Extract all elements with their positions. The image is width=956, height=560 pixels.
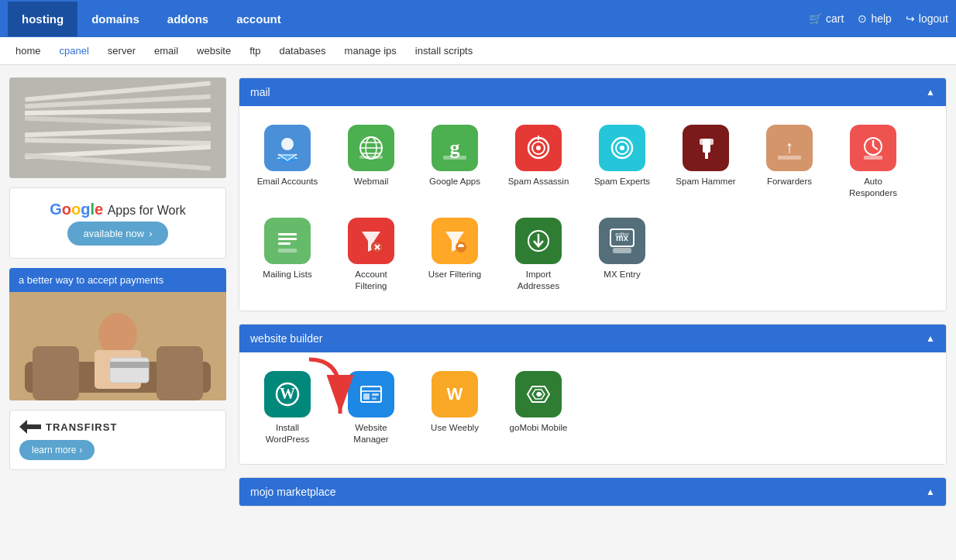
cart-icon: 🛒 — [809, 12, 822, 25]
cart-label: cart — [826, 12, 844, 25]
website-builder-section: website builder ▲ W InstallWordPress — [239, 324, 947, 465]
spam-hammer-icon — [683, 125, 729, 171]
secnav-databases[interactable]: databases — [280, 39, 326, 63]
spam-hammer-label: Spam Hammer — [676, 176, 735, 187]
svg-rect-47 — [278, 242, 291, 245]
spam-experts-item[interactable]: Spam Experts — [583, 119, 661, 205]
sidebar: Google Apps for Work available now › a b… — [9, 77, 226, 519]
help-label: help — [871, 12, 891, 25]
svg-marker-17 — [19, 420, 41, 434]
nav-hosting[interactable]: hosting — [8, 2, 77, 36]
svg-rect-40 — [778, 156, 801, 160]
account-filtering-icon — [348, 218, 394, 264]
logout-link[interactable]: ↪ logout — [906, 12, 948, 25]
svg-point-31 — [536, 146, 541, 150]
email-accounts-label: Email Accounts — [257, 176, 318, 187]
website-manager-icon — [348, 371, 394, 417]
mojo-marketplace-section: mojo marketplace ▲ — [239, 477, 947, 507]
secnav-install-scripts[interactable]: install scripts — [415, 39, 473, 63]
secnav-manage-ips[interactable]: manage ips — [345, 39, 397, 63]
secnav-home[interactable]: home — [15, 39, 41, 63]
user-filtering-icon — [432, 218, 478, 264]
transfirst-logo: TRANSFIRST — [19, 420, 117, 434]
mx-entry-item[interactable]: mx editor MX Entry — [583, 211, 661, 298]
use-weebly-label: Use Weebly — [431, 422, 479, 434]
payments-ad: a better way to accept payments — [9, 268, 226, 400]
secnav-ftp[interactable]: ftp — [249, 39, 260, 63]
forwarders-item[interactable]: ↑ Forwarders — [751, 119, 828, 205]
auto-responders-item[interactable]: AutoResponders — [834, 119, 912, 205]
install-wordpress-item[interactable]: W InstallWordPress — [249, 365, 326, 452]
svg-rect-48 — [278, 249, 297, 253]
secnav-server[interactable]: server — [108, 39, 136, 63]
gomobi-mobile-icon — [515, 371, 562, 417]
svg-text:↑: ↑ — [786, 137, 794, 156]
learn-more-button[interactable]: learn more › — [19, 440, 95, 460]
spam-assassin-item[interactable]: Spam Assassin — [500, 119, 577, 205]
import-addresses-item[interactable]: ImportAddresses — [500, 211, 577, 298]
svg-rect-15 — [110, 358, 149, 383]
auto-responders-icon — [850, 125, 896, 171]
google-logo: Google Apps for Work — [22, 201, 213, 218]
svg-rect-67 — [372, 397, 377, 400]
svg-rect-38 — [705, 153, 708, 159]
nav-account[interactable]: account — [222, 2, 295, 36]
svg-line-43 — [873, 146, 878, 149]
user-filtering-item[interactable]: User Filtering — [416, 211, 493, 298]
help-icon: ⊙ — [858, 12, 867, 25]
available-now-button[interactable]: available now › — [67, 222, 167, 246]
cart-link[interactable]: 🛒 cart — [809, 12, 844, 25]
spam-assassin-icon — [515, 125, 562, 171]
website-builder-collapse-icon: ▲ — [926, 333, 935, 344]
spam-experts-label: Spam Experts — [594, 176, 650, 187]
svg-text:W: W — [280, 385, 295, 402]
webmail-item[interactable]: Webmail — [332, 119, 410, 205]
mailing-lists-item[interactable]: Mailing Lists — [249, 211, 326, 298]
nav-domains[interactable]: domains — [77, 2, 153, 36]
help-link[interactable]: ⊙ help — [858, 12, 891, 25]
install-wordpress-label: InstallWordPress — [266, 422, 310, 445]
forwarders-icon: ↑ — [766, 125, 813, 171]
nav-addons[interactable]: addons — [153, 2, 222, 36]
account-filtering-item[interactable]: AccountFiltering — [332, 211, 410, 298]
mojo-marketplace-section-header[interactable]: mojo marketplace ▲ — [239, 478, 946, 506]
svg-rect-16 — [110, 362, 149, 368]
website-manager-item[interactable]: WebsiteManager — [332, 365, 410, 452]
use-weebly-item[interactable]: W Use Weebly — [416, 365, 493, 452]
import-addresses-icon — [515, 218, 562, 264]
available-now-arrow: › — [149, 228, 152, 239]
logout-icon: ↪ — [906, 12, 915, 25]
svg-marker-71 — [536, 392, 542, 397]
svg-text:W: W — [447, 384, 463, 404]
website-builder-section-header[interactable]: website builder ▲ — [239, 325, 946, 352]
transfirst-icon — [19, 420, 41, 434]
forwarders-label: Forwarders — [767, 176, 812, 187]
svg-rect-65 — [363, 393, 370, 400]
gomobi-mobile-item[interactable]: goMobi Mobile — [500, 365, 577, 452]
spam-hammer-item[interactable]: Spam Hammer — [667, 119, 745, 205]
mail-section-header[interactable]: mail ▲ — [239, 78, 946, 106]
mail-section-title: mail — [250, 86, 270, 98]
mx-entry-label: MX Entry — [604, 269, 640, 280]
website-builder-icon-grid: W InstallWordPress — [239, 352, 946, 464]
gomobi-mobile-label: goMobi Mobile — [510, 422, 568, 434]
mail-collapse-icon: ▲ — [926, 87, 935, 98]
svg-rect-11 — [33, 346, 79, 400]
email-accounts-item[interactable]: Email Accounts — [249, 119, 326, 205]
svg-rect-45 — [278, 233, 297, 235]
secnav-email[interactable]: email — [154, 39, 178, 63]
svg-rect-66 — [372, 393, 379, 396]
svg-point-13 — [98, 313, 137, 356]
webmail-icon — [348, 125, 394, 171]
google-apps-item[interactable]: g Google Apps — [416, 119, 493, 205]
secnav-cpanel[interactable]: cpanel — [60, 39, 89, 63]
google-apps-label: Google Apps — [429, 176, 480, 187]
spam-experts-icon — [599, 125, 645, 171]
import-addresses-label: ImportAddresses — [518, 269, 559, 292]
mail-section: mail ▲ Email Accounts — [239, 77, 947, 311]
secnav-website[interactable]: website — [197, 39, 231, 63]
available-now-label: available now — [83, 228, 144, 239]
mx-entry-icon: mx editor — [599, 218, 645, 264]
top-nav-right: 🛒 cart ⊙ help ↪ logout — [809, 12, 948, 25]
webmail-label: Webmail — [354, 176, 389, 187]
